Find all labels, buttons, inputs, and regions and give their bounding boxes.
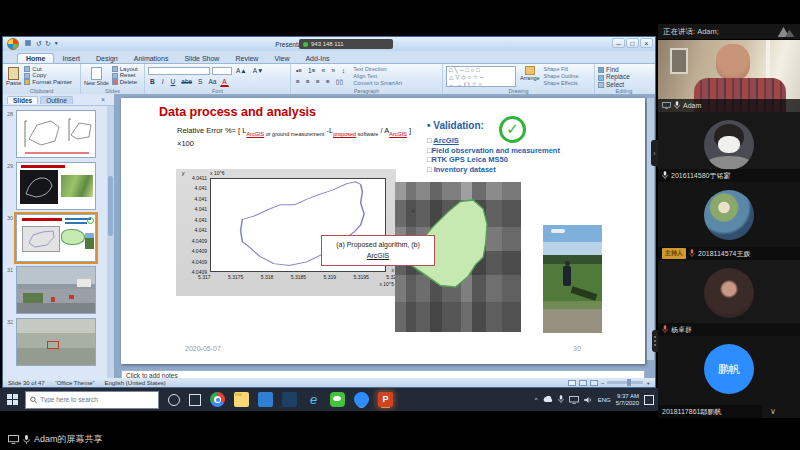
align-text-button[interactable]: Align Text	[353, 73, 402, 80]
blue-app-icon[interactable]	[258, 392, 273, 407]
arrange-button[interactable]: Arrange	[520, 66, 540, 87]
shape-gallery[interactable]: □╲─□○□△▽◇○☆~←→{}☆○	[446, 66, 516, 87]
participant-video-adam[interactable]: Adam	[658, 40, 800, 112]
meeting-app-icon[interactable]	[354, 392, 369, 407]
sidebar-collapse-handle[interactable]: ›	[651, 140, 658, 166]
font-name-select[interactable]	[148, 67, 210, 75]
display-icon[interactable]	[569, 396, 579, 404]
start-button[interactable]	[7, 394, 18, 405]
taskbar-clock[interactable]: 9:37 AM 5/7/2020	[616, 393, 639, 407]
normal-view-icon[interactable]	[568, 380, 576, 386]
tab-review[interactable]: Review	[227, 54, 266, 63]
text-shadow-button[interactable]: S	[196, 77, 204, 86]
grow-font-button[interactable]: A▲	[234, 66, 249, 75]
shared-screen: ↺ ↻ ▼ Presentation1 - Microsoft PowerPoi…	[0, 0, 658, 450]
reset-label: Reset	[120, 72, 136, 78]
tab-design[interactable]: Design	[88, 54, 126, 63]
strikethrough-button[interactable]: abe	[179, 77, 194, 86]
convert-smartart-button[interactable]: Convert to SmartArt	[353, 80, 402, 87]
tab-view[interactable]: View	[266, 54, 297, 63]
slide-thumbnail-32[interactable]	[16, 318, 96, 366]
tab-home[interactable]: Home	[17, 53, 54, 63]
maximize-button[interactable]: □	[626, 38, 639, 48]
figure-caption-box[interactable]: (a) Proposed algorithm, (b) ArcGIS	[321, 235, 435, 266]
sidebar-drag-handle[interactable]	[652, 330, 658, 352]
tray-expand-icon[interactable]: ^	[535, 397, 538, 403]
tab-animations[interactable]: Animations	[126, 54, 177, 63]
cloud-shape	[551, 229, 565, 233]
font-color-button[interactable]: A	[220, 77, 228, 87]
cloud-icon[interactable]	[543, 396, 553, 403]
delete-button[interactable]: Delete	[112, 79, 138, 85]
zoom-slider[interactable]	[607, 381, 643, 384]
volume-icon[interactable]	[584, 396, 593, 404]
numbering-button[interactable]: 1≡	[306, 66, 317, 75]
delete-icon	[112, 79, 118, 85]
slides-tab[interactable]: Slides	[7, 96, 38, 104]
change-case-button[interactable]: Aa	[206, 77, 218, 86]
close-panel-icon[interactable]: ×	[101, 96, 105, 103]
slide-sorter-view-icon[interactable]	[579, 380, 587, 386]
new-slide-button[interactable]: New Slide	[84, 66, 109, 86]
file-explorer-icon[interactable]	[234, 392, 249, 407]
current-slide[interactable]: Data process and analysis Relative Error…	[121, 98, 645, 364]
bold-button[interactable]: B	[148, 77, 157, 86]
columns-button[interactable]: ▯▯	[334, 77, 345, 87]
shape-outline-button[interactable]: Shape Outline	[544, 73, 579, 80]
wechat-icon[interactable]	[330, 392, 345, 407]
slide-thumbnail-30-current[interactable]	[16, 214, 96, 262]
search-input[interactable]	[40, 396, 154, 403]
dark-blue-app-icon[interactable]	[282, 392, 297, 407]
task-view-icon[interactable]	[189, 394, 201, 406]
slides-panel-scrollbar[interactable]	[107, 106, 114, 378]
shape-fill-button[interactable]: Shape Fill	[544, 66, 579, 73]
chevron-down-icon[interactable]: ∨	[770, 407, 776, 416]
italic-button[interactable]: I	[159, 77, 167, 86]
line-spacing-button[interactable]: ↕	[339, 66, 347, 75]
slide-thumbnail-29[interactable]	[16, 162, 96, 210]
participant-tile-5[interactable]: 鹏帆 2018117861鄢鹏帆 ∨	[658, 336, 800, 418]
tab-slide-show[interactable]: Slide Show	[176, 54, 227, 63]
participant-tile-2[interactable]: 2016114580于铭寥	[658, 112, 800, 182]
increase-indent-button[interactable]: »	[329, 66, 337, 75]
shrink-font-button[interactable]: A▼	[251, 66, 266, 75]
paste-button[interactable]: Paste	[6, 66, 21, 86]
align-right-button[interactable]: ≡	[314, 77, 322, 86]
justify-button[interactable]: ≡	[324, 77, 332, 86]
notification-center-icon[interactable]	[644, 395, 654, 405]
participant-tile-4[interactable]: 杨卓群	[658, 260, 800, 336]
tab-add-ins[interactable]: Add-Ins	[297, 54, 337, 63]
replace-button[interactable]: Replace	[598, 73, 650, 80]
bullets-button[interactable]: •≡	[294, 66, 304, 75]
internet-explorer-icon[interactable]: e	[306, 392, 321, 407]
outline-tab[interactable]: Outline	[40, 96, 73, 104]
taskbar-search[interactable]	[25, 391, 159, 409]
chrome-icon[interactable]	[210, 392, 225, 407]
participant-tile-3[interactable]: 主持人 2018114574王媛	[658, 182, 800, 260]
slide-scrollbar[interactable]	[647, 98, 654, 360]
powerpoint-icon[interactable]: P	[378, 392, 393, 407]
zoom-out-icon[interactable]: −	[601, 380, 605, 386]
slideshow-view-icon[interactable]	[590, 380, 598, 386]
language-button[interactable]: ENG	[598, 397, 611, 403]
tab-insert[interactable]: Insert	[54, 54, 88, 63]
slide-thumbnail-31[interactable]	[16, 266, 96, 314]
tray-mic-icon[interactable]	[558, 395, 564, 404]
slide-thumbnail-28[interactable]	[16, 110, 96, 158]
align-left-button[interactable]: ≡	[294, 77, 302, 86]
scrollbar-thumb[interactable]	[108, 176, 113, 236]
find-button[interactable]: Find	[598, 66, 650, 73]
text-direction-button[interactable]: Text Direction	[353, 66, 402, 73]
copy-label: Copy	[32, 72, 46, 78]
align-center-button[interactable]: ≡	[304, 77, 312, 86]
cortana-icon[interactable]	[168, 394, 180, 406]
shape-effects-button[interactable]: Shape Effects	[544, 80, 579, 87]
decrease-indent-button[interactable]: «	[319, 66, 327, 75]
format-painter-button[interactable]: Format Painter	[24, 79, 72, 85]
minimize-button[interactable]: ─	[612, 38, 625, 48]
close-button[interactable]: ×	[640, 38, 653, 48]
select-button[interactable]: Select	[598, 81, 650, 88]
zoom-in-icon[interactable]: +	[646, 380, 650, 386]
underline-button[interactable]: U	[169, 77, 178, 86]
font-size-select[interactable]	[212, 67, 232, 75]
